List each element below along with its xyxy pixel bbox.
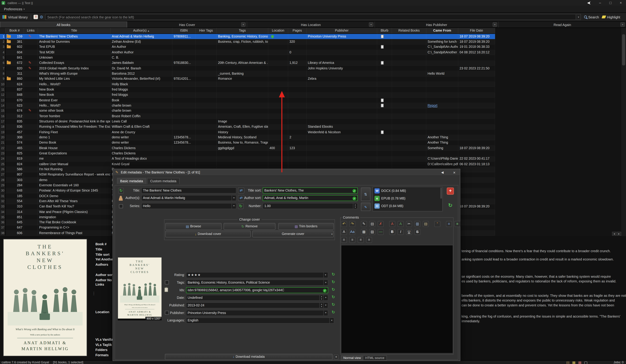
tab-basic-metadata[interactable]: Basic metadata: [117, 178, 146, 184]
table-row[interactable]: 12848New Bookfred bloggs: [0, 92, 495, 98]
dropdown-arrow-icon[interactable]: ▾: [323, 280, 328, 285]
comments-paste-format-icon[interactable]: ▤: [369, 221, 375, 227]
search-dropdown-arrow[interactable]: ▾: [576, 14, 581, 20]
table-row[interactable]: 8311What's Wrong with EuropeBarcelona 20…: [0, 71, 495, 76]
dialog-close-button[interactable]: ×: [451, 170, 458, 174]
table-row[interactable]: 23825Great ExpectationsCharles Dickens: [0, 151, 495, 156]
button-generate-cover[interactable]: Generate cover▾: [252, 231, 334, 237]
comments-hr-icon[interactable]: —: [378, 229, 384, 235]
series-number-spinner[interactable]: 1.00 ▴▾: [263, 203, 358, 209]
languages-combo[interactable]: English ▾: [186, 318, 334, 324]
comments-heading-style-icon[interactable]: A: [341, 229, 347, 235]
dropdown-arrow-icon[interactable]: ▾: [323, 310, 328, 316]
table-row[interactable]: 10624Hello... World?Holly Black: [0, 82, 495, 87]
jobs-indicator[interactable]: Jobs: 0: [614, 361, 624, 364]
table-row[interactable]: 14623Hello... World?charlie brownReport: [0, 103, 495, 108]
table-row[interactable]: 17835Structures of desire: Postanarchist…: [0, 119, 495, 124]
dialog-previous-button[interactable]: ◀: [439, 171, 446, 174]
layout-cover-browser-icon[interactable]: ▦: [572, 361, 576, 364]
clear-ids-button[interactable]: ↻: [330, 287, 336, 293]
table-row[interactable]: 25824calibre User ManualKovid GoyalD:\Ca…: [0, 162, 495, 167]
table-row[interactable]: 5841UnknownC. B.: [0, 55, 495, 61]
spinner-arrows-icon[interactable]: ▴▾: [353, 203, 357, 209]
tab-html-source[interactable]: HTML source: [363, 355, 387, 361]
spinner-arrows-icon[interactable]: ▴▾: [319, 295, 323, 300]
table-row[interactable]: 3602Test EPUBAn AuthorC:\_Sandpit\An Aut…: [0, 45, 495, 50]
column-header-isbn[interactable]: ISBN: [172, 28, 196, 33]
comments-background-color-icon[interactable]: A: [398, 221, 403, 227]
dropdown-arrow-icon[interactable]: ▾: [329, 318, 334, 323]
dropdown-arrow-icon[interactable]: ▾: [232, 203, 236, 209]
comments-bullet-list-icon[interactable]: ≡: [454, 221, 460, 227]
format-item-odt[interactable]: OODT (0.84 MB): [373, 202, 442, 210]
comments-table-icon[interactable]: ▦: [361, 229, 367, 235]
comments-ordered-list-icon[interactable]: ≡: [446, 221, 452, 227]
table-row[interactable]: 13670Bestest EverBook: [0, 98, 495, 103]
layout-cover-grid-icon[interactable]: ▦: [578, 361, 582, 364]
dropdown-arrow-icon[interactable]: ▾: [323, 272, 328, 278]
table-row[interactable]: 2381Android for DummiesZethan Andrew (Ed…: [0, 39, 495, 44]
tags-combo[interactable]: Banking, Economic History, Economics, Po…: [186, 280, 328, 285]
comments-bold-icon[interactable]: B: [389, 229, 395, 235]
comments-foreground-color-icon[interactable]: A: [389, 221, 395, 227]
column-header-pages[interactable]: Pages: [288, 28, 307, 33]
comments-insert-field-icon[interactable]: ▨: [369, 229, 375, 235]
comments-font-size-icon[interactable]: Aa: [349, 229, 355, 235]
column-header-location[interactable]: Location: [268, 28, 288, 33]
comments-underline-icon[interactable]: U: [406, 229, 412, 235]
view-tab-has-cover[interactable]: Has Cover×: [127, 22, 247, 28]
scroll-right-button[interactable]: ►: [617, 232, 621, 236]
comments-strike-icon[interactable]: S: [414, 229, 420, 235]
column-header-file-date[interactable]: File Date: [458, 28, 495, 33]
date-combo[interactable]: Undefined ▴▾ ▾: [186, 295, 328, 301]
comments-smarten-punctuation-icon[interactable]: ”: [434, 221, 440, 227]
clear-publisher-button[interactable]: ↻: [330, 310, 336, 316]
swap-title-author-button[interactable]: ⇄: [361, 188, 371, 201]
table-row[interactable]: 9860My Wicked Little LiesVictoria Alexan…: [0, 76, 495, 82]
maximize-button[interactable]: □: [605, 0, 616, 5]
came-from-link[interactable]: Report: [428, 103, 437, 108]
table-row[interactable]: 15674✎some other bookcharlie brown: [0, 108, 495, 113]
minimize-button[interactable]: –: [595, 0, 605, 5]
comments-copy-format-icon[interactable]: ✎: [361, 221, 367, 227]
view-tab-has-location[interactable]: Has Location×: [247, 22, 374, 28]
comments-italic-icon[interactable]: I: [398, 229, 403, 235]
vertical-scrollbar[interactable]: [621, 28, 626, 236]
table-row[interactable]: 20308demo 1demo writer12345678...Medieva…: [0, 135, 495, 140]
menu-preferences[interactable]: Preferences: [4, 7, 22, 11]
manage-authors-button[interactable]: ✎: [361, 203, 371, 211]
clear-rating-button[interactable]: ↻: [330, 272, 336, 278]
column-header-came-from[interactable]: Came From: [426, 28, 458, 33]
button-trim-borders[interactable]: ▧Trim borders: [278, 223, 334, 230]
view-tab-has-publisher[interactable]: Has Publisher×: [374, 22, 498, 28]
saved-search-icon[interactable]: T: [34, 15, 38, 19]
virtual-library-button[interactable]: Virtual library: [2, 15, 28, 19]
close-tab-icon[interactable]: ×: [369, 22, 373, 27]
authors-combo[interactable]: Anat Admati & Martin Hellwig ▾: [141, 195, 236, 201]
close-tab-icon[interactable]: ×: [241, 22, 245, 27]
table-row[interactable]: 19457Fishing FleetAnne de CourcyHistoryW…: [0, 130, 495, 135]
auto-title-sort-button[interactable]: ↻: [118, 188, 124, 193]
column-header-blurb[interactable]: Blurb: [377, 28, 392, 33]
comments-redo-icon[interactable]: ↷: [349, 221, 355, 227]
comments-clear-format-icon[interactable]: ✗: [378, 221, 384, 227]
table-row[interactable]: 6672✎Collected EssaysJames Baldwin978188…: [0, 61, 495, 66]
column-header-publisher[interactable]: Publisher: [307, 28, 377, 33]
title-input[interactable]: [141, 188, 236, 193]
format-item-docx[interactable]: WDOCX (0.84 MB): [373, 187, 442, 195]
tab-custom-metadata[interactable]: Custom metadata: [147, 178, 180, 184]
table-row[interactable]: 22465Bleak HouseCharles Dickensggdsgdggd…: [0, 146, 495, 151]
rating-combo[interactable]: ★★★★ ▾: [186, 272, 328, 278]
remove-format-button[interactable]: ↻: [447, 202, 454, 209]
view-tab-all-books[interactable]: All books: [0, 22, 127, 28]
clear-date-button[interactable]: ↻: [330, 295, 336, 300]
layout-tag-browser-icon[interactable]: ▤: [566, 361, 570, 364]
scroll-left-button[interactable]: ◄: [612, 232, 616, 236]
tab-normal-view[interactable]: Normal view: [341, 355, 363, 361]
table-row[interactable]: 7820✎2019 Global Health Security IndexDr…: [0, 66, 495, 71]
search-input[interactable]: [45, 14, 576, 20]
comments-undo-icon[interactable]: ↶: [341, 221, 347, 227]
comments-align-center-icon[interactable]: ≡: [349, 237, 355, 243]
column-header-title[interactable]: Title: [38, 28, 111, 33]
table-row[interactable]: 21574Demo Bookdemo writer12345678...Busi…: [0, 140, 495, 145]
